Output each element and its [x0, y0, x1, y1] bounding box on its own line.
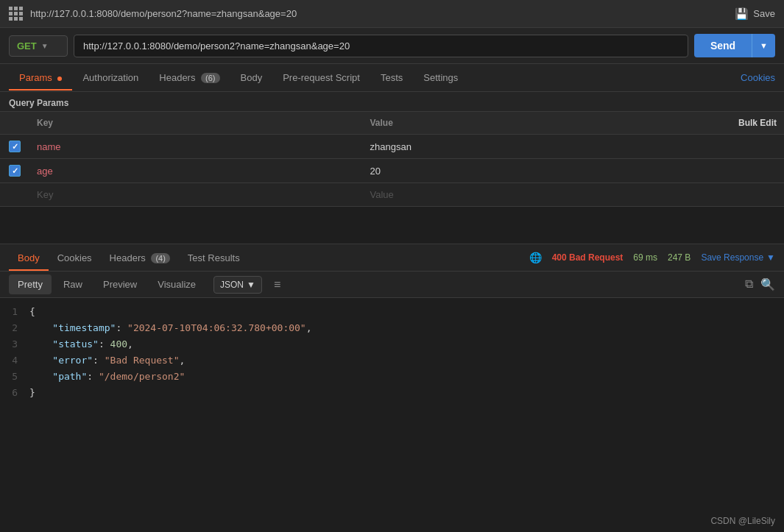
app-icon [9, 7, 23, 21]
value-age: 20 [370, 166, 381, 177]
line-number: 6 [0, 385, 29, 401]
tab-pre-request-script[interactable]: Pre-request Script [272, 65, 370, 91]
send-dropdown-button[interactable]: ▼ [752, 34, 775, 57]
response-time: 69 ms [633, 252, 657, 263]
tab-params[interactable]: Params [9, 65, 72, 91]
row1-value[interactable]: zhangsan [363, 135, 696, 158]
send-button[interactable]: Send [694, 34, 752, 57]
cookies-link[interactable]: Cookies [741, 72, 775, 83]
chevron-down-icon: ▼ [41, 42, 49, 50]
tab-headers[interactable]: Headers (6) [149, 65, 230, 91]
empty-key[interactable]: Key [29, 183, 363, 206]
json-format-select[interactable]: JSON ▼ [213, 276, 262, 294]
title-bar-left: http://127.0.0.1:8080/demo/person2?name=… [9, 7, 297, 21]
mid-spacer [0, 207, 784, 244]
header-check [0, 112, 29, 134]
empty-value[interactable]: Value [363, 183, 696, 206]
tab-authorization[interactable]: Authorization [72, 65, 149, 91]
response-tabs: Body Cookies Headers (4) Test Results 🌐 … [0, 244, 784, 272]
save-icon: 💾 [735, 7, 749, 21]
line-number: 1 [0, 304, 29, 320]
key-age-value: age [37, 166, 53, 177]
fmt-tab-preview[interactable]: Preview [94, 274, 146, 294]
empty-key-placeholder: Key [37, 189, 53, 200]
line-number: 3 [0, 336, 29, 352]
line-content: { [29, 304, 784, 320]
chevron-down-icon: ▼ [247, 280, 255, 290]
search-icon[interactable]: 🔍 [760, 277, 775, 291]
fmt-tab-raw[interactable]: Raw [54, 274, 91, 294]
line-number: 2 [0, 320, 29, 336]
format-right-actions: ⧉ 🔍 [745, 277, 775, 291]
table-row: age 20 [0, 159, 784, 183]
params-dot [57, 77, 62, 81]
response-body: 1 { 2 "timestamp": "2024-07-10T04:06:32.… [0, 298, 784, 416]
value-name: zhangsan [370, 141, 412, 152]
send-button-group: Send ▼ [694, 34, 775, 57]
save-response-button[interactable]: Save Response ▼ [701, 252, 775, 263]
json-body: 1 { 2 "timestamp": "2024-07-10T04:06:32.… [0, 298, 784, 407]
empty-value-placeholder: Value [370, 189, 394, 200]
line-number: 5 [0, 369, 29, 385]
json-line: 5 "path": "/demo/person2" [0, 369, 784, 385]
method-label: GET [17, 40, 37, 52]
line-content: "timestamp": "2024-07-10T04:06:32.780+00… [29, 320, 784, 336]
line-content: "status": 400, [29, 336, 784, 352]
header-bulk-edit[interactable]: Bulk Edit [696, 112, 784, 134]
method-select[interactable]: GET ▼ [9, 35, 68, 57]
globe-icon: 🌐 [529, 252, 542, 263]
response-size: 247 B [668, 252, 691, 263]
resp-tab-body[interactable]: Body [9, 245, 49, 271]
format-tabs: Pretty Raw Preview Visualize JSON ▼ ≡ ⧉ … [0, 272, 784, 298]
response-status: 🌐 400 Bad Request 69 ms 247 B Save Respo… [529, 252, 775, 263]
json-line: 3 "status": 400, [0, 336, 784, 352]
row2-value[interactable]: 20 [363, 160, 696, 182]
tab-body[interactable]: Body [230, 65, 273, 91]
json-line: 1 { [0, 304, 784, 320]
fmt-tab-pretty[interactable]: Pretty [9, 274, 52, 294]
title-url: http://127.0.0.1:8080/demo/person2?name=… [30, 8, 297, 19]
row1-key[interactable]: name [29, 135, 363, 158]
checkbox-age[interactable] [9, 165, 21, 177]
json-line: 4 "error": "Bad Request", [0, 352, 784, 369]
status-badge: 400 Bad Request [552, 252, 624, 263]
header-value: Value [363, 112, 696, 134]
table-header: Key Value Bulk Edit [0, 111, 784, 135]
tab-settings[interactable]: Settings [413, 65, 468, 91]
line-content: "path": "/demo/person2" [29, 369, 784, 385]
fmt-tab-visualize[interactable]: Visualize [149, 274, 205, 294]
title-bar: http://127.0.0.1:8080/demo/person2?name=… [0, 0, 784, 28]
checkbox-name[interactable] [9, 141, 21, 152]
line-content: "error": "Bad Request", [29, 352, 784, 369]
request-tabs: Params Authorization Headers (6) Body Pr… [0, 64, 784, 92]
json-line: 6 } [0, 385, 784, 401]
headers-badge: (6) [201, 73, 219, 83]
json-line: 2 "timestamp": "2024-07-10T04:06:32.780+… [0, 320, 784, 336]
resp-tab-test-results[interactable]: Test Results [179, 245, 249, 271]
resp-tab-headers[interactable]: Headers (4) [101, 245, 179, 271]
params-section: Query Params Key Value Bulk Edit name zh… [0, 92, 784, 207]
copy-icon[interactable]: ⧉ [745, 277, 753, 291]
table-row: name zhangsan [0, 135, 784, 159]
save-button[interactable]: 💾 Save [735, 7, 775, 21]
key-name-value: name [37, 141, 61, 152]
row2-key[interactable]: age [29, 160, 363, 182]
save-label: Save [753, 8, 775, 19]
header-key: Key [29, 112, 363, 134]
filter-icon[interactable]: ≡ [274, 278, 280, 291]
row2-check[interactable] [0, 159, 29, 182]
url-input[interactable] [74, 35, 688, 57]
watermark: CSDN @LileSily [710, 516, 775, 526]
url-bar: GET ▼ Send ▼ [0, 28, 784, 64]
resp-tab-cookies[interactable]: Cookies [49, 245, 101, 271]
table-row-empty: Key Value [0, 183, 784, 207]
line-number: 4 [0, 352, 29, 369]
chevron-down-icon: ▼ [760, 41, 768, 50]
empty-check [0, 189, 29, 201]
line-content: } [29, 385, 784, 401]
tab-tests[interactable]: Tests [370, 65, 413, 91]
row1-check[interactable] [0, 135, 29, 158]
chevron-down-icon: ▼ [766, 252, 775, 263]
query-params-title: Query Params [0, 92, 784, 111]
resp-headers-badge: (4) [151, 253, 169, 263]
